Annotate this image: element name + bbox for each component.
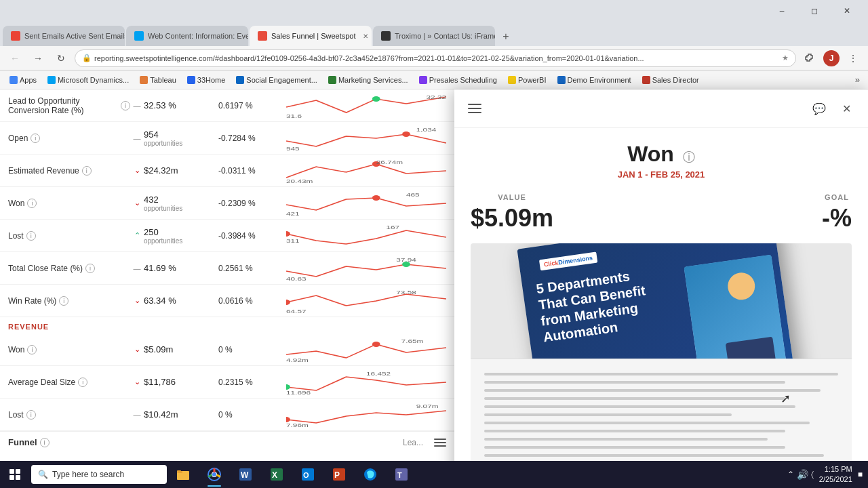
taskbar-outlook[interactable]: O xyxy=(293,461,323,488)
minimize-button[interactable]: – xyxy=(766,0,797,22)
svg-text:20.43m: 20.43m xyxy=(286,178,313,182)
popup-overlay: 💬 ✕ Won ⓘ JAN 1 - FEB 25, 2021 VALUE $5.… xyxy=(454,89,868,488)
won-info-icon[interactable]: ⓘ xyxy=(683,150,695,164)
bookmarks-more-button[interactable]: » xyxy=(852,73,863,86)
taskbar-chrome[interactable] xyxy=(199,461,229,488)
sparkline-win-rate: 73.58 64.57 xyxy=(286,289,446,313)
sparkline-average-deal-size: 16,452 11,696 xyxy=(286,370,446,394)
svg-point-0 xyxy=(372,96,380,102)
svg-text:31.6: 31.6 xyxy=(286,113,302,117)
svg-point-21 xyxy=(372,342,380,347)
title-bar: – ◻ ✕ xyxy=(0,0,868,22)
trend-up-green-icon: ⌃ xyxy=(130,231,144,240)
popup-date-range: JAN 1 - FEB 25, 2021 xyxy=(471,169,852,180)
tray-network-icon[interactable]: 〈 xyxy=(811,470,814,479)
close-button[interactable]: ✕ xyxy=(831,0,863,22)
bookmark-marketing[interactable]: Marketing Services... xyxy=(324,75,412,85)
svg-point-9 xyxy=(372,195,380,201)
new-tab-button[interactable]: + xyxy=(496,27,515,46)
info-icon[interactable]: i xyxy=(27,345,37,354)
tab-close-icon[interactable]: ✕ xyxy=(363,33,368,40)
taskbar-edge[interactable] xyxy=(355,461,385,488)
browser-controls: ← → ↻ 🔒 reporting.sweetspotintelligence.… xyxy=(0,46,868,70)
popup-menu-button[interactable] xyxy=(465,98,487,119)
bookmark-apps[interactable]: Apps xyxy=(5,75,41,85)
info-icon[interactable]: i xyxy=(85,264,95,273)
tray-speaker-icon[interactable]: 🔊 xyxy=(797,469,808,480)
bookmark-presales[interactable]: Presales Scheduling xyxy=(415,75,501,85)
svg-text:X: X xyxy=(272,470,277,480)
info-icon[interactable]: i xyxy=(27,199,37,208)
svg-point-18 xyxy=(286,300,290,305)
funnel-label: Funnel xyxy=(8,437,37,447)
back-button[interactable]: ← xyxy=(5,49,24,68)
address-bar[interactable]: 🔒 reporting.sweetspotintelligence.com/#d… xyxy=(75,49,796,67)
funnel-info-icon[interactable]: i xyxy=(40,438,50,447)
taskbar-file-explorer[interactable] xyxy=(168,461,198,488)
menu-button[interactable]: ⋮ xyxy=(844,49,863,68)
tab-troximo[interactable]: Troximo | » Contact Us: iFrame ✕ xyxy=(373,26,495,46)
svg-point-3 xyxy=(402,131,410,137)
bookmark-demo[interactable]: Demo Environment xyxy=(553,75,635,85)
trend-down-icon: ⌄ xyxy=(130,296,144,305)
metric-row-revenue-won: Won i ⌄ $5.09m 0 % 7.65m 4.92m xyxy=(0,333,454,366)
show-desktop-button[interactable]: ■ xyxy=(858,470,863,479)
tab-sent-emails[interactable]: Sent Emails Active Sent Emails - ✕ xyxy=(3,26,125,46)
metric-row-revenue-lost: Lost i — $10.42m 0 % 9.07m 7.96m xyxy=(0,399,454,431)
svg-text:16,452: 16,452 xyxy=(366,370,391,376)
popup-actions: 💬 ✕ xyxy=(808,98,857,119)
bookmark-sales-director[interactable]: Sales Director xyxy=(638,75,703,85)
dashboard-panel: Lead to Opportunity Conversion Rate (%) … xyxy=(0,89,454,488)
info-icon[interactable]: i xyxy=(59,296,68,306)
lead-label: Lea... xyxy=(403,438,423,447)
svg-text:465: 465 xyxy=(406,191,420,197)
hamburger-icon[interactable] xyxy=(434,439,446,447)
extensions-button[interactable] xyxy=(800,49,819,68)
brochure-area: ClickDimensions 5 Departments That Can B… xyxy=(471,243,852,488)
info-icon[interactable]: i xyxy=(82,166,92,176)
info-icon[interactable]: i xyxy=(121,101,130,110)
taskbar-word[interactable]: W xyxy=(231,461,260,488)
taskbar-excel[interactable]: X xyxy=(262,461,292,488)
bookmark-33home[interactable]: 33Home xyxy=(183,75,230,85)
svg-text:40.63: 40.63 xyxy=(286,275,307,280)
taskbar-powerpoint[interactable]: P xyxy=(324,461,354,488)
metric-row-lost: Lost i ⌃ 250 opportunities -0.3984 % 167… xyxy=(0,220,454,252)
svg-text:O: O xyxy=(303,471,309,479)
taskbar-search[interactable]: 🔍 Type here to search xyxy=(31,465,167,484)
tab-sales-funnel[interactable]: Sales Funnel | Sweetspot ✕ xyxy=(250,26,372,46)
tray-up-arrow[interactable]: ⌃ xyxy=(787,470,794,479)
taskbar-clock[interactable]: 1:15 PM 2/25/2021 xyxy=(819,464,852,485)
trend-flat-icon: — xyxy=(130,102,144,110)
sparkline-lost: 167 311 xyxy=(286,224,446,248)
taskbar-teams[interactable]: T xyxy=(387,461,416,488)
bookmark-powerbi[interactable]: PowerBI xyxy=(504,75,551,85)
bookmark-dynamics[interactable]: Microsoft Dynamics... xyxy=(43,75,133,85)
reload-button[interactable]: ↻ xyxy=(52,49,71,68)
taskbar: 🔍 Type here to search W X xyxy=(0,461,868,488)
info-icon[interactable]: i xyxy=(26,231,36,241)
tabs-bar: Sent Emails Active Sent Emails - ✕ Web C… xyxy=(0,22,868,46)
popup-metrics-row: VALUE $5.09m GOAL -% xyxy=(471,193,852,232)
comment-button[interactable]: 💬 xyxy=(808,98,830,119)
svg-text:167: 167 xyxy=(387,224,400,230)
window-controls: – ◻ ✕ xyxy=(766,0,863,22)
info-icon[interactable]: i xyxy=(26,410,36,420)
taskbar-right: ⌃ 🔊 〈 1:15 PM 2/25/2021 ■ xyxy=(782,464,868,485)
info-icon[interactable]: i xyxy=(31,134,40,143)
close-popup-button[interactable]: ✕ xyxy=(835,98,857,119)
metric-row-total-close-rate: Total Close Rate (%) i — 41.69 % 0.2561 … xyxy=(0,252,454,285)
bookmark-social[interactable]: Social Engagement... xyxy=(232,75,321,85)
svg-text:T: T xyxy=(397,471,402,479)
metric-row-win-rate: Win Rate (%) i ⌄ 63.34 % 0.0616 % 73.58 … xyxy=(0,285,454,317)
info-icon[interactable]: i xyxy=(78,378,87,387)
bookmark-tableau[interactable]: Tableau xyxy=(136,75,180,85)
bookmarks-bar: Apps Microsoft Dynamics... Tableau 33Hom… xyxy=(0,70,868,89)
sparkline-revenue-lost: 9.07m 7.96m xyxy=(286,403,446,427)
forward-button[interactable]: → xyxy=(28,49,47,68)
tab-web-content[interactable]: Web Content: Information: Eve... ✕ xyxy=(126,26,248,46)
maximize-button[interactable]: ◻ xyxy=(799,0,830,22)
user-avatar[interactable]: J xyxy=(823,50,840,66)
svg-text:945: 945 xyxy=(286,145,300,150)
start-button[interactable] xyxy=(0,461,30,488)
